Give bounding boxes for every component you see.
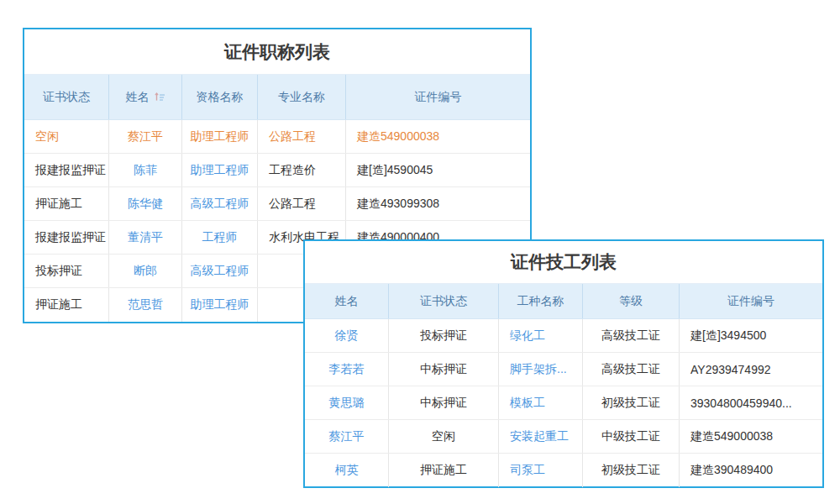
- table-row[interactable]: 徐贤 投标押证 绿化工 高级技工证 建[造]3494500: [305, 319, 822, 353]
- cell-level: 高级技工证: [583, 353, 680, 386]
- cell-cert-no: 建造549000038: [680, 420, 822, 453]
- cell-cert-no: 39304800459940...: [680, 386, 822, 419]
- cell-major: 公路工程: [258, 187, 346, 220]
- cell-cert-no: 建[造]4590045: [346, 154, 530, 186]
- cell-level: 中级技工证: [583, 420, 680, 453]
- cell-worktype[interactable]: 模板工: [499, 386, 583, 419]
- cell-qualification[interactable]: 高级工程师: [182, 187, 258, 220]
- table-row[interactable]: 黄思璐 中标押证 模板工 初级技工证 39304800459940...: [305, 386, 822, 420]
- cell-name[interactable]: 李若若: [305, 353, 389, 386]
- col-header-name[interactable]: 姓名: [109, 75, 182, 119]
- cell-cert-no: 建造390489400: [680, 454, 822, 487]
- cell-worktype[interactable]: 绿化工: [499, 319, 583, 352]
- col-header-level: 等级: [583, 284, 680, 318]
- cell-name[interactable]: 柯英: [305, 454, 389, 487]
- cell-name[interactable]: 蔡江平: [109, 120, 182, 153]
- cell-name[interactable]: 陈华健: [109, 187, 182, 220]
- table-row[interactable]: 李若若 中标押证 脚手架拆... 高级技工证 AY2939474992: [305, 353, 822, 386]
- cert-title-table-title: 证件职称列表: [24, 29, 530, 75]
- cert-title-table-header: 证书状态 姓名 资格名称 专业名称 证件编号: [24, 75, 530, 120]
- col-header-major: 专业名称: [258, 75, 346, 119]
- table-row[interactable]: 报建报监押证 陈菲 助理工程师 工程造价 建[造]4590045: [24, 154, 530, 187]
- cert-worker-table: 证件技工列表 姓名 证书状态 工种名称 等级 证件编号 徐贤 投标押证 绿化工 …: [303, 239, 824, 488]
- cell-cert-status: 中标押证: [389, 386, 499, 419]
- cell-major: 公路工程: [258, 120, 346, 153]
- col-header-name: 姓名: [305, 284, 389, 318]
- cell-cert-status: 押证施工: [24, 187, 109, 220]
- cell-qualification[interactable]: 助理工程师: [182, 288, 258, 322]
- table-row[interactable]: 蔡江平 空闲 安装起重工 中级技工证 建造549000038: [305, 420, 822, 454]
- cell-worktype[interactable]: 司泵工: [499, 454, 583, 487]
- cell-level: 初级技工证: [583, 386, 680, 419]
- cert-worker-table-header: 姓名 证书状态 工种名称 等级 证件编号: [305, 284, 822, 319]
- table-row[interactable]: 空闲 蔡江平 助理工程师 公路工程 建造549000038: [24, 120, 530, 154]
- cell-cert-status: 押证施工: [389, 454, 499, 487]
- table-row[interactable]: 押证施工 陈华健 高级工程师 公路工程 建造493099308: [24, 187, 530, 221]
- cert-worker-table-title: 证件技工列表: [305, 241, 822, 284]
- cell-qualification[interactable]: 助理工程师: [182, 154, 258, 186]
- cell-cert-status: 押证施工: [24, 288, 109, 322]
- cell-level: 初级技工证: [583, 454, 680, 487]
- page: 证件职称列表 证书状态 姓名 资格名称 专业名称 证件编号: [0, 0, 840, 504]
- cell-name[interactable]: 董清平: [109, 221, 182, 254]
- cell-name[interactable]: 范思哲: [109, 288, 182, 322]
- cell-cert-status: 报建报监押证: [24, 221, 109, 254]
- cell-worktype[interactable]: 脚手架拆...: [499, 353, 583, 386]
- cell-cert-no: 建造493099308: [346, 187, 530, 220]
- col-header-qualification: 资格名称: [182, 75, 258, 119]
- cell-name[interactable]: 断郎: [109, 255, 182, 287]
- cell-worktype[interactable]: 安装起重工: [499, 420, 583, 453]
- cell-cert-no: AY2939474992: [680, 353, 822, 386]
- col-header-cert-status: 证书状态: [24, 75, 109, 119]
- cell-cert-no: 建[造]3494500: [680, 319, 822, 352]
- sort-icon[interactable]: [155, 92, 165, 102]
- cell-name[interactable]: 陈菲: [109, 154, 182, 186]
- col-header-cert-no: 证件编号: [680, 284, 822, 318]
- col-header-worktype: 工种名称: [499, 284, 583, 318]
- cell-name[interactable]: 黄思璐: [305, 386, 389, 419]
- col-header-cert-no: 证件编号: [346, 75, 530, 119]
- cell-major: 工程造价: [258, 154, 346, 186]
- cell-name[interactable]: 徐贤: [305, 319, 389, 352]
- cell-level: 高级技工证: [583, 319, 680, 352]
- col-header-cert-status: 证书状态: [389, 284, 499, 318]
- cell-name[interactable]: 蔡江平: [305, 420, 389, 453]
- cell-cert-status: 报建报监押证: [24, 154, 109, 186]
- table-row[interactable]: 柯英 押证施工 司泵工 初级技工证 建造390489400: [305, 454, 822, 487]
- cell-qualification[interactable]: 工程师: [182, 221, 258, 254]
- col-header-name-label: 姓名: [126, 90, 150, 105]
- cell-cert-status: 中标押证: [389, 353, 499, 386]
- cell-cert-status: 空闲: [389, 420, 499, 453]
- cell-cert-status: 空闲: [24, 120, 109, 153]
- cell-cert-status: 投标押证: [389, 319, 499, 352]
- cell-cert-no: 建造549000038: [346, 120, 530, 153]
- cell-cert-status: 投标押证: [24, 255, 109, 287]
- cell-qualification[interactable]: 高级工程师: [182, 255, 258, 287]
- cell-qualification[interactable]: 助理工程师: [182, 120, 258, 153]
